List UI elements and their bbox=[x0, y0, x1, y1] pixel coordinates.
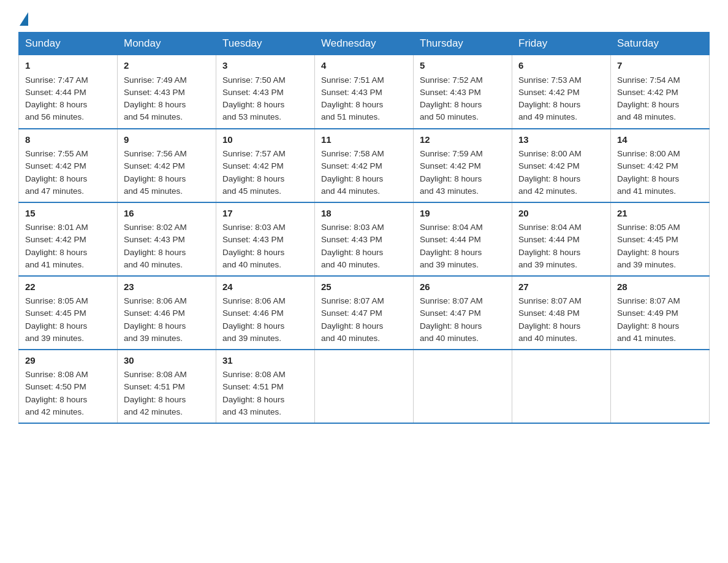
cell-content: 25Sunrise: 8:07 AMSunset: 4:47 PMDayligh… bbox=[321, 280, 407, 345]
cell-content: 16Sunrise: 8:02 AMSunset: 4:43 PMDayligh… bbox=[124, 207, 210, 272]
cell-content: 14Sunrise: 8:00 AMSunset: 4:42 PMDayligh… bbox=[617, 133, 703, 198]
day-number: 7 bbox=[617, 59, 703, 73]
day-number: 27 bbox=[518, 280, 604, 294]
calendar-cell: 27Sunrise: 8:07 AMSunset: 4:48 PMDayligh… bbox=[512, 276, 611, 350]
cell-content: 8Sunrise: 7:55 AMSunset: 4:42 PMDaylight… bbox=[25, 133, 111, 198]
day-number: 29 bbox=[25, 354, 111, 368]
cell-content: 1Sunrise: 7:47 AMSunset: 4:44 PMDaylight… bbox=[25, 59, 111, 124]
cell-content: 10Sunrise: 7:57 AMSunset: 4:42 PMDayligh… bbox=[222, 133, 308, 198]
calendar-cell: 2Sunrise: 7:49 AMSunset: 4:43 PMDaylight… bbox=[118, 55, 216, 129]
day-number: 4 bbox=[321, 59, 407, 73]
logo-triangle-icon bbox=[20, 12, 28, 26]
calendar-cell: 29Sunrise: 8:08 AMSunset: 4:50 PMDayligh… bbox=[19, 350, 118, 423]
calendar-cell: 6Sunrise: 7:53 AMSunset: 4:42 PMDaylight… bbox=[512, 55, 611, 129]
calendar-cell: 25Sunrise: 8:07 AMSunset: 4:47 PMDayligh… bbox=[315, 276, 414, 350]
calendar-cell: 23Sunrise: 8:06 AMSunset: 4:46 PMDayligh… bbox=[118, 276, 216, 350]
calendar-cell: 1Sunrise: 7:47 AMSunset: 4:44 PMDaylight… bbox=[19, 55, 118, 129]
day-number: 9 bbox=[124, 133, 210, 147]
day-number: 1 bbox=[25, 59, 111, 73]
cell-content: 2Sunrise: 7:49 AMSunset: 4:43 PMDaylight… bbox=[124, 59, 210, 124]
day-number: 26 bbox=[420, 280, 506, 294]
calendar-cell: 20Sunrise: 8:04 AMSunset: 4:44 PMDayligh… bbox=[512, 202, 611, 276]
weekday-header-thursday: Thursday bbox=[414, 33, 512, 55]
weekday-header-saturday: Saturday bbox=[611, 33, 710, 55]
weekday-header-wednesday: Wednesday bbox=[315, 33, 414, 55]
day-number: 30 bbox=[124, 354, 210, 368]
calendar-cell: 10Sunrise: 7:57 AMSunset: 4:42 PMDayligh… bbox=[216, 129, 315, 202]
cell-content: 17Sunrise: 8:03 AMSunset: 4:43 PMDayligh… bbox=[222, 207, 308, 272]
day-number: 12 bbox=[420, 133, 506, 147]
calendar-cell: 15Sunrise: 8:01 AMSunset: 4:42 PMDayligh… bbox=[19, 202, 118, 276]
day-number: 17 bbox=[222, 207, 308, 221]
day-number: 10 bbox=[222, 133, 308, 147]
cell-content: 29Sunrise: 8:08 AMSunset: 4:50 PMDayligh… bbox=[25, 354, 111, 419]
calendar-cell bbox=[315, 350, 414, 423]
calendar-cell: 8Sunrise: 7:55 AMSunset: 4:42 PMDaylight… bbox=[19, 129, 118, 202]
day-number: 14 bbox=[617, 133, 703, 147]
calendar-week-row: 15Sunrise: 8:01 AMSunset: 4:42 PMDayligh… bbox=[19, 202, 710, 276]
day-number: 6 bbox=[518, 59, 604, 73]
cell-content: 3Sunrise: 7:50 AMSunset: 4:43 PMDaylight… bbox=[222, 59, 308, 124]
cell-content: 21Sunrise: 8:05 AMSunset: 4:45 PMDayligh… bbox=[617, 207, 703, 272]
day-number: 15 bbox=[25, 207, 111, 221]
cell-content: 4Sunrise: 7:51 AMSunset: 4:43 PMDaylight… bbox=[321, 59, 407, 124]
page-header bbox=[18, 12, 710, 26]
cell-content: 11Sunrise: 7:58 AMSunset: 4:42 PMDayligh… bbox=[321, 133, 407, 198]
calendar-cell: 3Sunrise: 7:50 AMSunset: 4:43 PMDaylight… bbox=[216, 55, 315, 129]
day-number: 3 bbox=[222, 59, 308, 73]
calendar-cell: 5Sunrise: 7:52 AMSunset: 4:43 PMDaylight… bbox=[414, 55, 512, 129]
day-number: 25 bbox=[321, 280, 407, 294]
calendar-cell: 16Sunrise: 8:02 AMSunset: 4:43 PMDayligh… bbox=[118, 202, 216, 276]
day-number: 5 bbox=[420, 59, 506, 73]
cell-content: 24Sunrise: 8:06 AMSunset: 4:46 PMDayligh… bbox=[222, 280, 308, 345]
day-number: 22 bbox=[25, 280, 111, 294]
weekday-header-tuesday: Tuesday bbox=[216, 33, 315, 55]
day-number: 31 bbox=[222, 354, 308, 368]
calendar-cell: 19Sunrise: 8:04 AMSunset: 4:44 PMDayligh… bbox=[414, 202, 512, 276]
cell-content: 31Sunrise: 8:08 AMSunset: 4:51 PMDayligh… bbox=[222, 354, 308, 419]
calendar-cell: 28Sunrise: 8:07 AMSunset: 4:49 PMDayligh… bbox=[611, 276, 710, 350]
calendar-cell bbox=[611, 350, 710, 423]
cell-content: 18Sunrise: 8:03 AMSunset: 4:43 PMDayligh… bbox=[321, 207, 407, 272]
day-number: 24 bbox=[222, 280, 308, 294]
cell-content: 5Sunrise: 7:52 AMSunset: 4:43 PMDaylight… bbox=[420, 59, 506, 124]
cell-content: 9Sunrise: 7:56 AMSunset: 4:42 PMDaylight… bbox=[124, 133, 210, 198]
weekday-header-sunday: Sunday bbox=[19, 33, 118, 55]
calendar-cell: 31Sunrise: 8:08 AMSunset: 4:51 PMDayligh… bbox=[216, 350, 315, 423]
cell-content: 13Sunrise: 8:00 AMSunset: 4:42 PMDayligh… bbox=[518, 133, 604, 198]
calendar-week-row: 22Sunrise: 8:05 AMSunset: 4:45 PMDayligh… bbox=[19, 276, 710, 350]
day-number: 20 bbox=[518, 207, 604, 221]
day-number: 21 bbox=[617, 207, 703, 221]
calendar-cell: 7Sunrise: 7:54 AMSunset: 4:42 PMDaylight… bbox=[611, 55, 710, 129]
cell-content: 20Sunrise: 8:04 AMSunset: 4:44 PMDayligh… bbox=[518, 207, 604, 272]
calendar-cell: 18Sunrise: 8:03 AMSunset: 4:43 PMDayligh… bbox=[315, 202, 414, 276]
calendar-table: SundayMondayTuesdayWednesdayThursdayFrid… bbox=[18, 32, 710, 424]
day-number: 28 bbox=[617, 280, 703, 294]
calendar-week-row: 1Sunrise: 7:47 AMSunset: 4:44 PMDaylight… bbox=[19, 55, 710, 129]
calendar-cell: 30Sunrise: 8:08 AMSunset: 4:51 PMDayligh… bbox=[118, 350, 216, 423]
cell-content: 7Sunrise: 7:54 AMSunset: 4:42 PMDaylight… bbox=[617, 59, 703, 124]
cell-content: 27Sunrise: 8:07 AMSunset: 4:48 PMDayligh… bbox=[518, 280, 604, 345]
cell-content: 26Sunrise: 8:07 AMSunset: 4:47 PMDayligh… bbox=[420, 280, 506, 345]
weekday-header-monday: Monday bbox=[118, 33, 216, 55]
calendar-cell: 13Sunrise: 8:00 AMSunset: 4:42 PMDayligh… bbox=[512, 129, 611, 202]
calendar-cell: 14Sunrise: 8:00 AMSunset: 4:42 PMDayligh… bbox=[611, 129, 710, 202]
cell-content: 22Sunrise: 8:05 AMSunset: 4:45 PMDayligh… bbox=[25, 280, 111, 345]
day-number: 11 bbox=[321, 133, 407, 147]
day-number: 19 bbox=[420, 207, 506, 221]
calendar-week-row: 29Sunrise: 8:08 AMSunset: 4:50 PMDayligh… bbox=[19, 350, 710, 423]
calendar-cell: 11Sunrise: 7:58 AMSunset: 4:42 PMDayligh… bbox=[315, 129, 414, 202]
calendar-cell: 12Sunrise: 7:59 AMSunset: 4:42 PMDayligh… bbox=[414, 129, 512, 202]
calendar-cell: 9Sunrise: 7:56 AMSunset: 4:42 PMDaylight… bbox=[118, 129, 216, 202]
day-number: 23 bbox=[124, 280, 210, 294]
weekday-header-row: SundayMondayTuesdayWednesdayThursdayFrid… bbox=[19, 33, 710, 55]
calendar-cell: 4Sunrise: 7:51 AMSunset: 4:43 PMDaylight… bbox=[315, 55, 414, 129]
cell-content: 12Sunrise: 7:59 AMSunset: 4:42 PMDayligh… bbox=[420, 133, 506, 198]
day-number: 18 bbox=[321, 207, 407, 221]
calendar-cell bbox=[414, 350, 512, 423]
cell-content: 23Sunrise: 8:06 AMSunset: 4:46 PMDayligh… bbox=[124, 280, 210, 345]
calendar-cell: 24Sunrise: 8:06 AMSunset: 4:46 PMDayligh… bbox=[216, 276, 315, 350]
calendar-cell: 21Sunrise: 8:05 AMSunset: 4:45 PMDayligh… bbox=[611, 202, 710, 276]
calendar-week-row: 8Sunrise: 7:55 AMSunset: 4:42 PMDaylight… bbox=[19, 129, 710, 202]
calendar-cell: 17Sunrise: 8:03 AMSunset: 4:43 PMDayligh… bbox=[216, 202, 315, 276]
